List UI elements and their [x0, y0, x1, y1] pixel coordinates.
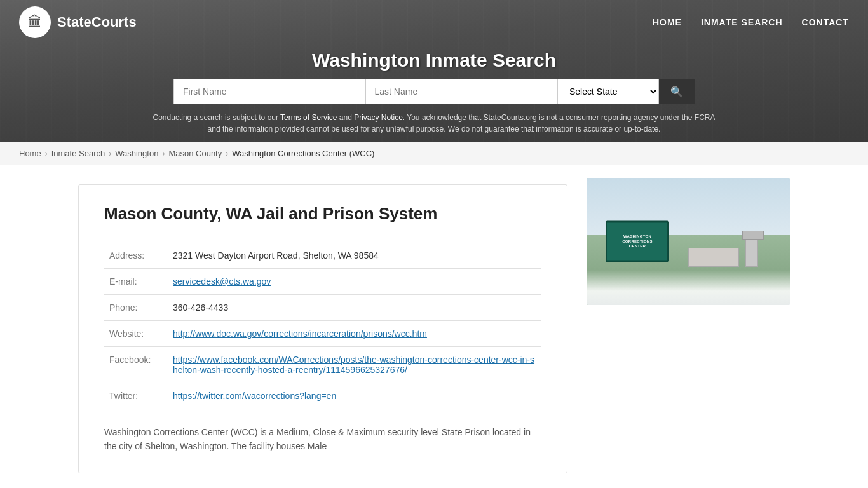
phone-value: 360-426-4433 — [168, 295, 541, 321]
page-main-title: Washington Inmate Search — [13, 50, 855, 71]
main-content: Mason County, WA Jail and Prison System … — [59, 165, 809, 486]
nav-contact[interactable]: CONTACT — [802, 14, 849, 30]
terms-link[interactable]: Terms of Service — [280, 113, 337, 122]
last-name-input[interactable] — [365, 79, 558, 104]
main-nav: HOME INMATE SEARCH CONTACT — [653, 14, 849, 30]
content-right: WASHINGTONCORRECTIONSCENTER — [587, 178, 790, 473]
breadcrumb-home[interactable]: Home — [19, 149, 41, 158]
facility-image-inner: WASHINGTONCORRECTIONSCENTER — [587, 178, 790, 305]
address-value: 2321 West Dayton Airport Road, Shelton, … — [168, 243, 541, 269]
breadcrumb-sep-1: › — [45, 149, 48, 158]
website-value: http://www.doc.wa.gov/corrections/incarc… — [168, 321, 541, 347]
nav-inmate-search[interactable]: INMATE SEARCH — [701, 14, 783, 30]
phone-label: Phone: — [104, 295, 168, 321]
disclaimer-and: and — [337, 113, 354, 122]
phone-row: Phone: 360-426-4433 — [104, 295, 541, 321]
description: Washington Corrections Center (WCC) is a… — [104, 425, 541, 454]
address-label: Address: — [104, 243, 168, 269]
header-title-section: Washington Inmate Search Select State 🔍 … — [0, 44, 868, 142]
disclaimer-text-before: Conducting a search is subject to our — [153, 113, 281, 122]
breadcrumb-sep-4: › — [226, 149, 228, 158]
twitter-value: https://twitter.com/wacorrections?lang=e… — [168, 383, 541, 409]
privacy-link[interactable]: Privacy Notice — [354, 113, 403, 122]
address-row: Address: 2321 West Dayton Airport Road, … — [104, 243, 541, 269]
twitter-row: Twitter: https://twitter.com/wacorrectio… — [104, 383, 541, 409]
breadcrumb-sep-2: › — [109, 149, 111, 158]
site-name: StateCourts — [57, 14, 137, 30]
email-label: E-mail: — [104, 269, 168, 295]
first-name-input[interactable] — [173, 79, 365, 104]
content-left: Mason County, WA Jail and Prison System … — [78, 178, 567, 473]
breadcrumb: Home › Inmate Search › Washington › Maso… — [0, 142, 868, 165]
info-card: Mason County, WA Jail and Prison System … — [78, 184, 567, 473]
facebook-label: Facebook: — [104, 347, 168, 383]
email-value: servicedesk@cts.wa.gov — [168, 269, 541, 295]
facebook-link[interactable]: https://www.facebook.com/WACorrections/p… — [173, 355, 534, 375]
breadcrumb-county[interactable]: Mason County — [168, 149, 222, 158]
facility-building — [688, 248, 739, 267]
twitter-label: Twitter: — [104, 383, 168, 409]
logo-area: 🏛 StateCourts — [19, 6, 137, 38]
search-button[interactable]: 🔍 — [659, 79, 695, 104]
email-row: E-mail: servicedesk@cts.wa.gov — [104, 269, 541, 295]
page-title: Mason County, WA Jail and Prison System — [104, 204, 541, 224]
email-link[interactable]: servicedesk@cts.wa.gov — [173, 276, 271, 287]
breadcrumb-state[interactable]: Washington — [115, 149, 158, 158]
header: 🏛 StateCourts HOME INMATE SEARCH CONTACT… — [0, 0, 868, 142]
nav-home[interactable]: HOME — [653, 14, 682, 30]
website-row: Website: http://www.doc.wa.gov/correctio… — [104, 321, 541, 347]
twitter-link[interactable]: https://twitter.com/wacorrections?lang=e… — [173, 391, 336, 401]
website-label: Website: — [104, 321, 168, 347]
facility-image: WASHINGTONCORRECTIONSCENTER — [587, 178, 790, 305]
facility-sign: WASHINGTONCORRECTIONSCENTER — [606, 221, 669, 262]
breadcrumb-inmate-search[interactable]: Inmate Search — [51, 149, 105, 158]
facility-sign-text: WASHINGTONCORRECTIONSCENTER — [622, 234, 653, 248]
logo-icon: 🏛 — [19, 6, 51, 38]
facebook-value: https://www.facebook.com/WACorrections/p… — [168, 347, 541, 383]
search-bar: Select State 🔍 — [173, 79, 695, 104]
search-icon: 🔍 — [670, 86, 683, 97]
facility-tower — [745, 235, 758, 267]
breadcrumb-sep-3: › — [162, 149, 165, 158]
website-link[interactable]: http://www.doc.wa.gov/corrections/incarc… — [173, 329, 427, 339]
disclaimer: Conducting a search is subject to our Te… — [148, 112, 720, 135]
facebook-row: Facebook: https://www.facebook.com/WACor… — [104, 347, 541, 383]
info-table: Address: 2321 West Dayton Airport Road, … — [104, 243, 541, 409]
state-select[interactable]: Select State — [557, 79, 659, 104]
top-nav: 🏛 StateCourts HOME INMATE SEARCH CONTACT — [0, 0, 868, 44]
breadcrumb-current: Washington Corrections Center (WCC) — [232, 149, 374, 158]
